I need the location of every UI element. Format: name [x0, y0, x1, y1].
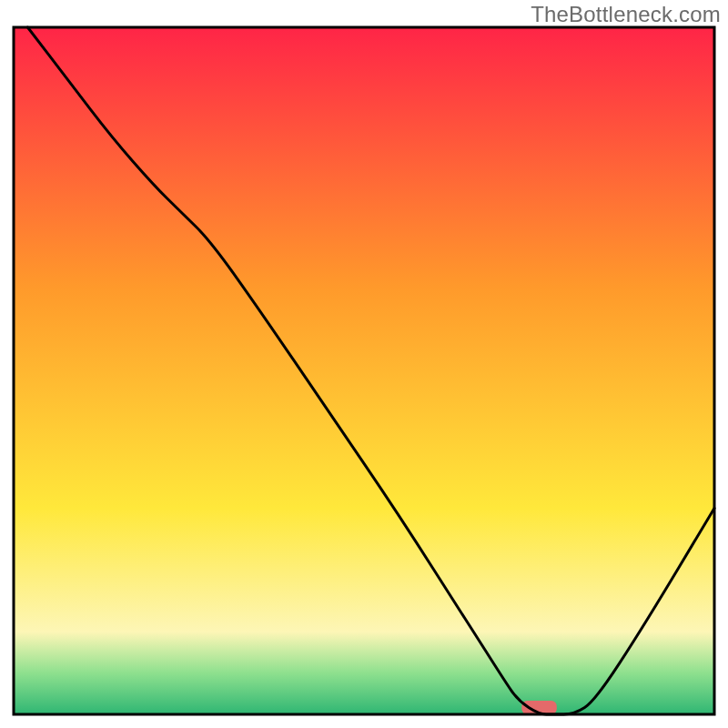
bottleneck-chart: [0, 0, 728, 728]
plot-background: [14, 27, 714, 714]
watermark-text: TheBottleneck.com: [531, 2, 721, 27]
chart-container: TheBottleneck.com: [0, 0, 728, 728]
